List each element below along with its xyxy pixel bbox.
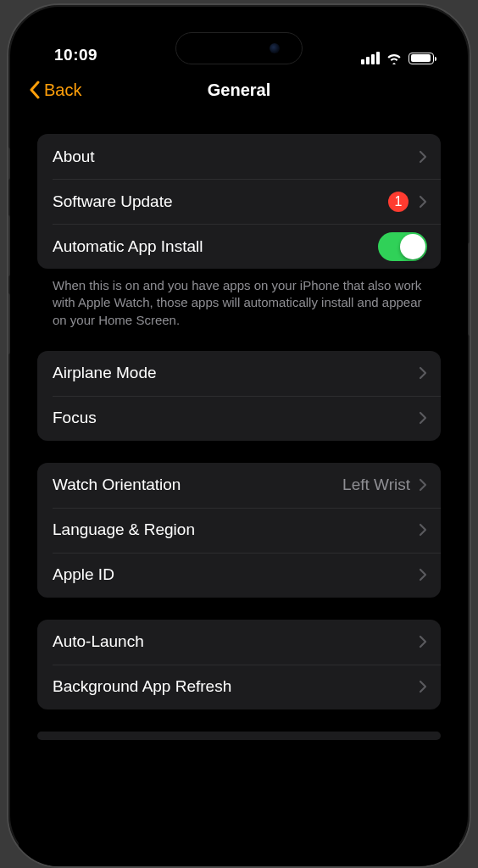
- status-indicators: [361, 52, 434, 64]
- airplane-mode-row[interactable]: Airplane Mode: [37, 351, 441, 396]
- chevron-right-icon: [419, 150, 427, 164]
- chevron-right-icon: [419, 635, 427, 648]
- settings-group-3: Watch Orientation Left Wrist Language & …: [37, 463, 441, 598]
- language-region-row[interactable]: Language & Region: [37, 508, 441, 553]
- power-button: [468, 242, 471, 336]
- chevron-right-icon: [419, 680, 427, 693]
- chevron-right-icon: [419, 568, 427, 581]
- auto-launch-row[interactable]: Auto-Launch: [37, 620, 441, 665]
- automatic-app-install-toggle[interactable]: [378, 232, 427, 261]
- row-label: Watch Orientation: [53, 476, 342, 494]
- screen: 10:09 Back General: [19, 15, 459, 866]
- wifi-icon: [386, 52, 403, 64]
- settings-group-2: Airplane Mode Focus: [37, 351, 441, 441]
- front-camera: [270, 43, 280, 53]
- chevron-right-icon: [419, 195, 427, 209]
- chevron-left-icon: [29, 81, 41, 99]
- row-label: Language & Region: [53, 520, 419, 539]
- about-row[interactable]: About: [37, 134, 441, 179]
- cellular-signal-icon: [361, 52, 380, 64]
- dynamic-island: [175, 32, 303, 64]
- volume-up-button: [7, 215, 10, 276]
- settings-group-5: [37, 732, 441, 740]
- toggle-knob: [400, 234, 425, 259]
- row-label: Auto-Launch: [53, 632, 419, 651]
- group-footer-text: When this is on and you have apps on you…: [37, 269, 441, 329]
- page-title: General: [208, 81, 270, 100]
- row-value: Left Wrist: [342, 476, 410, 494]
- background-app-refresh-row[interactable]: Background App Refresh: [37, 665, 441, 709]
- row-label: Software Update: [53, 192, 388, 211]
- chevron-right-icon: [419, 478, 427, 492]
- watch-orientation-row[interactable]: Watch Orientation Left Wrist: [37, 463, 441, 508]
- chevron-right-icon: [419, 366, 427, 380]
- apple-id-row[interactable]: Apple ID: [37, 553, 441, 598]
- status-time: 10:09: [54, 46, 97, 64]
- software-update-row[interactable]: Software Update 1: [37, 179, 441, 224]
- mute-switch: [7, 147, 10, 180]
- row-label: Automatic App Install: [53, 237, 378, 256]
- volume-down-button: [7, 293, 10, 354]
- notification-badge: 1: [388, 192, 409, 212]
- row-label: Airplane Mode: [53, 364, 419, 382]
- battery-icon: [409, 53, 434, 64]
- row-label: Apple ID: [53, 565, 419, 584]
- focus-row[interactable]: Focus: [37, 396, 441, 441]
- automatic-app-install-row[interactable]: Automatic App Install: [37, 224, 441, 269]
- back-button[interactable]: Back: [29, 81, 81, 100]
- row-label: Background App Refresh: [53, 677, 419, 696]
- content: About Software Update 1 Automatic App In…: [19, 114, 459, 740]
- navigation-bar: Back General: [19, 66, 459, 114]
- device-frame: 10:09 Back General: [7, 3, 471, 868]
- row-label: About: [53, 147, 419, 166]
- settings-group-4: Auto-Launch Background App Refresh: [37, 620, 441, 709]
- settings-group-1: About Software Update 1 Automatic App In…: [37, 134, 441, 269]
- back-label: Back: [44, 81, 81, 100]
- row-label: Focus: [53, 409, 419, 427]
- chevron-right-icon: [419, 411, 427, 425]
- chevron-right-icon: [419, 523, 427, 537]
